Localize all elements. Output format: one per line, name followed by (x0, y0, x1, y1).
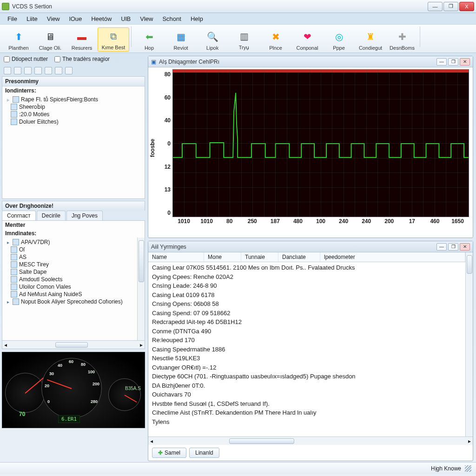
tool-plnce[interactable]: ✖Plnce (260, 28, 291, 52)
tool-hop[interactable]: ⬅Hop (133, 28, 165, 52)
resize-grip[interactable] (465, 465, 471, 472)
menu-help[interactable]: Help (187, 14, 207, 23)
tool-lipok[interactable]: 🔍Lipok (197, 28, 228, 52)
minimize-button[interactable]: — (428, 2, 443, 11)
log-row[interactable]: Nesctlie 519LKE3 (152, 354, 462, 363)
plot-canvas[interactable] (172, 69, 469, 217)
log-col-danclıate[interactable]: Danclıate (278, 252, 320, 262)
menu-ulb[interactable]: UlB (117, 14, 134, 23)
tree-mentter-vscroll[interactable] (137, 238, 145, 340)
log-row[interactable]: Cnsìng Leade: 246-8 90 (152, 281, 462, 291)
menu-loue[interactable]: lOue (66, 14, 86, 23)
tree-item[interactable]: ▹Rape Fl. tů SpicesFbierg:Bonts (4, 96, 143, 103)
check-traders[interactable]: The tradèrs reagior (54, 56, 110, 62)
tool-kime[interactable]: ⧉Kıme Best (98, 27, 129, 52)
tool-planthen[interactable]: ⬆Planthen (3, 28, 34, 52)
tree-item[interactable]: Sheeroḃip (4, 103, 143, 111)
tool-condiegut[interactable]: ♜Condiegut (355, 28, 386, 52)
log-body[interactable]: Casing Lear 07K0S 5514561. 2100 Mes on I… (148, 262, 465, 436)
mini-icon-1[interactable] (4, 67, 11, 74)
tree-item[interactable]: ▸APA/V7DR) (4, 238, 135, 246)
log-row[interactable]: Casing Leat 0109 6178 (152, 291, 462, 300)
tree-item[interactable]: MESC Tirey (4, 261, 135, 268)
mini-icon-7[interactable] (65, 67, 73, 74)
menu-view[interactable]: View (43, 14, 64, 23)
menu-vlew[interactable]: Vlew (136, 14, 157, 23)
log-row[interactable]: Cvtuanger OR€ıtl) =-.12 (152, 363, 462, 372)
log-max-button[interactable]: ❐ (448, 243, 458, 251)
hscroll-thumb[interactable] (55, 342, 88, 348)
mini-icon-5[interactable] (45, 67, 52, 74)
chart-min-button[interactable]: — (436, 58, 447, 66)
chart-close-button[interactable]: ✕ (460, 58, 470, 66)
expand-icon[interactable]: ▸ (5, 299, 11, 304)
log-hscroll[interactable]: ◂ ▸ (148, 436, 473, 445)
log-min-button[interactable]: — (436, 243, 447, 251)
tool-reviot[interactable]: ▦Reviot (165, 28, 197, 52)
tree-item[interactable]: ▸Noput Book Aliyer Sprecohedd Cofıories) (4, 298, 135, 305)
vscroll-thumb[interactable] (139, 240, 144, 282)
log-row[interactable]: Ouichavars 70 (152, 390, 462, 399)
log-row[interactable]: Hvstbte fiend Susœl (1, CSDefS teruand I… (152, 399, 462, 409)
tab-decirile[interactable]: Decirile (37, 211, 66, 220)
check-traders-box[interactable] (54, 56, 60, 62)
tree-item[interactable]: Amdoutl Soolects (4, 276, 135, 283)
menu-liite[interactable]: Liite (23, 14, 41, 23)
tab-conrnacт[interactable]: Conrnacт (2, 211, 36, 220)
log-row[interactable]: Tylens (152, 417, 462, 427)
tree-item[interactable]: Oſ (4, 246, 135, 253)
chart-window-header[interactable]: ▣ Alṣ Dhiqagmter CehlPRı — ❐ ✕ (148, 56, 473, 67)
tool-pppe[interactable]: ◎Pppe (323, 28, 355, 52)
log-vscroll[interactable] (465, 252, 473, 436)
log-close-button[interactable]: ✕ (460, 243, 470, 251)
menu-schont[interactable]: Schont (159, 14, 185, 23)
tree-item[interactable]: Uloilor Comon Viales (4, 283, 135, 291)
log-row[interactable]: Casing Spend: 07 09 518662 (152, 309, 462, 318)
log-col-lpeedometer[interactable]: lpeedometer (320, 252, 465, 262)
menu-heetów[interactable]: Heetów (87, 14, 115, 23)
log-row[interactable]: Re:leouped 170 (152, 336, 462, 345)
tree-item[interactable]: AS (4, 253, 135, 261)
tree-item[interactable]: :20.0 Moties (4, 111, 143, 118)
mini-icon-6[interactable] (55, 67, 62, 74)
linanld-button[interactable]: Linanld (189, 448, 219, 458)
log-row[interactable]: Oysing Cpees: Renche 020A2 (152, 272, 462, 282)
log-row[interactable]: Conme (DTNTGa 490 (152, 327, 462, 336)
log-row[interactable]: Casing Speedrmatihe 1886 (152, 345, 462, 354)
log-row[interactable]: Cnsing Opens: 06b08 58 (152, 299, 462, 309)
menu-file[interactable]: File (4, 14, 21, 23)
tool-conponal[interactable]: ❤Conponal (291, 28, 323, 52)
log-row[interactable]: Ciheclime Aist (STnRT. Dekandention PM T… (152, 408, 462, 417)
samel-button[interactable]: ✚Samel (152, 448, 186, 458)
mini-icon-4[interactable] (34, 67, 42, 74)
log-col-moпe[interactable]: Moпe (204, 252, 241, 262)
mini-icon-3[interactable] (24, 67, 32, 74)
tool-desnboms[interactable]: ✚DesnBoms (386, 28, 418, 52)
log-hthumb[interactable] (229, 438, 294, 444)
check-dtiopect-box[interactable] (4, 56, 10, 62)
check-dtiopect[interactable]: Dtiopect nutter (4, 56, 48, 62)
log-window-header[interactable]: Aiil Yyrminges — ❐ ✕ (148, 241, 473, 252)
log-row[interactable]: Casing Lear 07K0S 5514561. 2100 Mes on I… (152, 263, 462, 272)
log-col-tunnaie[interactable]: Tunnaie (241, 252, 278, 262)
tool-resurers[interactable]: ▬Resurers (66, 28, 98, 52)
tree-mentter-hscroll[interactable]: ◂ ▸ (2, 340, 145, 349)
tool-clage[interactable]: 🖥Clage Oli. (34, 28, 66, 52)
tab-jng poves[interactable]: Jng Poves (66, 211, 103, 220)
mini-icon-2[interactable] (14, 67, 21, 74)
tree-item[interactable]: Doluer Eiitches) (4, 118, 143, 126)
log-vthumb[interactable] (467, 255, 472, 274)
expand-icon[interactable]: ▸ (5, 239, 11, 245)
log-row[interactable]: Diectype 60CH (701. -Ringtuaspatto uasbe… (152, 372, 462, 381)
tree-item[interactable]: Salte Dape (4, 268, 135, 276)
log-row[interactable]: Redcrapedd lAit-tep 46 D5B1H12 (152, 317, 462, 327)
tool-tryu[interactable]: ▥Tryụ (228, 28, 260, 52)
chart-max-button[interactable]: ❐ (448, 58, 458, 66)
tree-item[interactable]: Ad NeMust Aaing NuideS (4, 291, 135, 298)
tool-kime-label: Kıme Best (99, 45, 128, 50)
expand-icon[interactable]: ▹ (5, 97, 11, 102)
close-button[interactable]: X (459, 2, 474, 11)
log-row[interactable]: DA Bizhj0ener 0T:0. (152, 381, 462, 390)
maximize-button[interactable]: ❐ (443, 2, 458, 11)
log-col-name[interactable]: Name (148, 252, 204, 262)
